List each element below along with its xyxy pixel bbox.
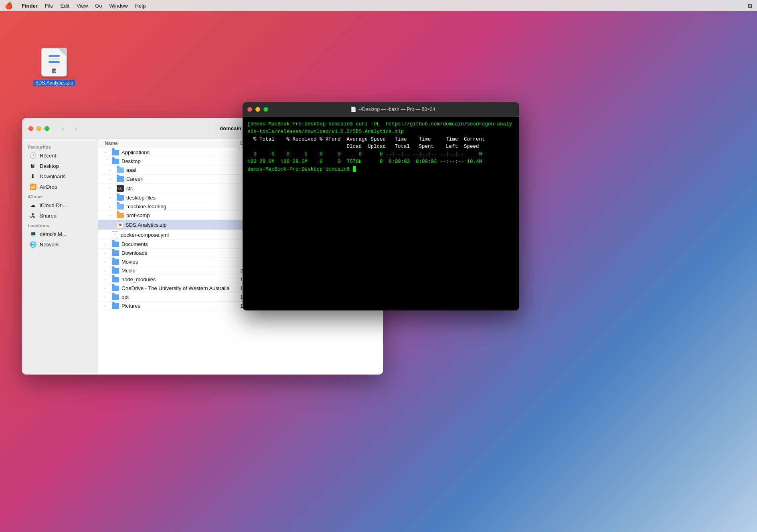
terminal-close-button[interactable]: [247, 107, 252, 112]
menubar-right: ⊞: [748, 3, 752, 9]
menubar-help[interactable]: Help: [135, 3, 146, 9]
menubar-finder[interactable]: Finder: [22, 3, 38, 9]
desktop-file-icon[interactable]: zip SDS.Analytics.zip: [34, 46, 74, 86]
folder-icon-desktop-files: [117, 195, 124, 201]
sidebar-item-desktop[interactable]: 🖥 Desktop: [24, 161, 96, 171]
chevron-opt: ›: [105, 295, 109, 299]
chevron-documents: ›: [105, 242, 109, 246]
folder-icon-applications: [112, 150, 119, 155]
terminal-title: 📄 ~/Desktop — -bash — Pro — 80×24: [271, 107, 514, 112]
finder-minimize-button[interactable]: [36, 126, 41, 131]
finder-forward-button[interactable]: ›: [70, 124, 81, 133]
terminal-zoom-button[interactable]: [263, 107, 268, 112]
terminal-line-header-1: % Total % Received % Xferd Average Speed…: [247, 137, 485, 142]
sidebar-icloud-label: iCloud: [22, 192, 98, 200]
chevron-pictures: ›: [105, 304, 109, 308]
desktop-file-label: SDS.Analytics.zip: [33, 80, 75, 86]
col-name: Name: [105, 141, 240, 146]
chevron-applications: ›: [105, 151, 109, 155]
terminal-title-icon: 📄: [350, 107, 358, 112]
row-name-aaai: aaai: [126, 167, 136, 173]
mac-icon: 💻: [29, 230, 36, 238]
chevron-onedrive: ›: [105, 286, 109, 290]
row-name-ml: machine-learning: [126, 204, 166, 210]
folder-icon-career: [117, 176, 124, 182]
menubar-go[interactable]: Go: [95, 3, 102, 9]
zip-stripe-4: [49, 64, 60, 66]
network-icon: 🌐: [29, 241, 36, 248]
sidebar-locations-label: Locations: [22, 221, 98, 229]
row-name-music: Music: [121, 268, 135, 274]
folder-icon-desktop: [112, 159, 119, 164]
yml-icon-row: !: [112, 231, 118, 238]
folder-icon-documents: [112, 242, 119, 247]
sidebar-item-shared-label: Shared: [40, 213, 57, 219]
finder-zoom-button[interactable]: [45, 126, 49, 131]
row-name-downloads2: Downloads: [121, 250, 147, 256]
row-name-cfc: cfc: [126, 185, 133, 191]
sidebar-item-recent[interactable]: 🕐 Recent: [24, 150, 96, 161]
menubar-window[interactable]: Window: [109, 3, 128, 9]
shared-icon: 🖧: [29, 212, 36, 219]
sidebar-item-mac-label: demo's M...: [40, 231, 67, 237]
icloud-icon: ☁: [29, 202, 36, 209]
chevron-desktop: ›: [105, 159, 109, 164]
sidebar-favourites-label: Favourites: [22, 142, 98, 150]
chevron-movies: ›: [105, 260, 109, 264]
sidebar-item-icloud-label: iCloud Dri...: [40, 202, 67, 208]
terminal-cursor: [353, 166, 356, 172]
chevron-ml: ›: [109, 205, 114, 209]
sidebar-item-icloud[interactable]: ☁ iCloud Dri...: [24, 200, 96, 210]
folder-icon-movies: [112, 259, 119, 265]
finder-sidebar: Favourites 🕐 Recent 🖥 Desktop ⬇ Download…: [22, 139, 98, 375]
chevron-desktop-files: ›: [109, 196, 114, 200]
terminal-prompt-line: demos-MacBook-Pro:Desktop domcain$: [247, 167, 356, 172]
row-name-movies: Movies: [121, 259, 138, 265]
terminal-line-header-2: Dload Upload Total Spent Left Speed: [247, 144, 479, 149]
sidebar-item-mac[interactable]: 💻 demo's M...: [24, 229, 96, 239]
finder-back-button[interactable]: ‹: [57, 124, 69, 133]
apple-menu[interactable]: 🍎: [5, 2, 13, 10]
downloads-icon: ⬇: [29, 173, 36, 180]
row-name-career: Career: [126, 176, 142, 182]
desktop-icon-sidebar: 🖥: [29, 162, 36, 169]
row-name-sds-zip: SDS.Analytics.zip: [125, 222, 167, 228]
zip-stripe-1: [49, 55, 60, 57]
folder-icon-opt: [112, 294, 119, 300]
chevron-career: ›: [109, 177, 114, 181]
sidebar-item-downloads-label: Downloads: [40, 173, 65, 179]
row-name-documents: Documents: [121, 241, 148, 247]
menubar: 🍎 Finder File Edit View Go Window Help ⊞: [0, 0, 757, 11]
finder-nav-buttons: ‹ ›: [57, 124, 81, 133]
sidebar-item-shared[interactable]: 🖧 Shared: [24, 210, 96, 221]
chevron-music: ›: [105, 269, 109, 273]
sidebar-item-airdrop-label: AirDrop: [40, 184, 57, 190]
terminal-title-text: ~/Desktop — -bash — Pro — 80×24: [358, 107, 435, 112]
folder-icon-downloads2: [112, 250, 119, 256]
terminal-minimize-button[interactable]: [255, 107, 260, 112]
terminal-titlebar: 📄 ~/Desktop — -bash — Pro — 80×24: [243, 102, 519, 117]
chevron-downloads2: ›: [105, 251, 109, 255]
menubar-file[interactable]: File: [45, 3, 53, 9]
chevron-aaai: ›: [109, 168, 114, 172]
sidebar-item-network[interactable]: 🌐 Network: [24, 239, 96, 250]
sidebar-item-recent-label: Recent: [40, 153, 56, 159]
menubar-view[interactable]: View: [77, 3, 88, 9]
menubar-controls-icon: ⊞: [748, 3, 752, 9]
sidebar-item-airdrop[interactable]: 📶 AirDrop: [24, 181, 96, 192]
zip-file-icon: zip: [40, 46, 69, 78]
sidebar-item-network-label: Network: [40, 242, 59, 248]
row-name-prof-comp: prof-comp: [126, 212, 150, 218]
recent-icon: 🕐: [29, 152, 36, 159]
folder-icon-cfc: cfc: [117, 185, 124, 192]
folder-icon-music: [112, 268, 119, 274]
chevron-node: ›: [105, 278, 109, 282]
zip-stripe-2: [49, 58, 60, 60]
terminal-line-data-2: 100 28.6M 100 28.6M 0 0 7578k 0 0:00:03 …: [247, 159, 482, 165]
folder-icon-prof-comp: [117, 213, 124, 218]
sidebar-item-downloads[interactable]: ⬇ Downloads: [24, 171, 96, 181]
terminal-line-1: [demos-MacBook-Pro:Desktop domcain$ curl…: [247, 121, 512, 135]
terminal-body[interactable]: [demos-MacBook-Pro:Desktop domcain$ curl…: [243, 117, 519, 310]
menubar-edit[interactable]: Edit: [61, 3, 69, 9]
finder-close-button[interactable]: [28, 126, 33, 131]
